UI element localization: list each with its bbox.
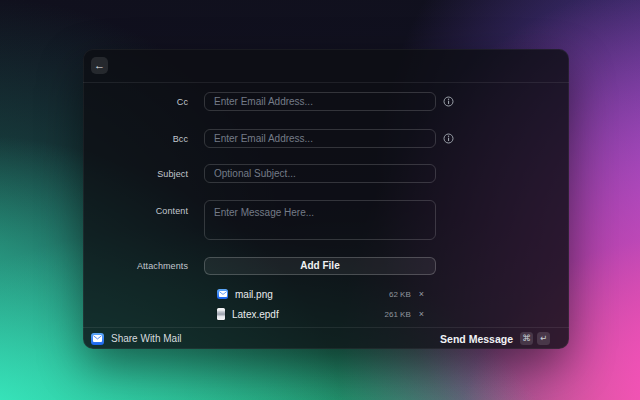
bcc-row: Bcc [83, 129, 569, 148]
dialog-body: Cc Bcc Subject [83, 83, 569, 349]
back-button[interactable]: ← [91, 57, 108, 74]
subject-input[interactable] [204, 164, 436, 183]
command-key-icon: ⌘ [520, 332, 533, 345]
cc-label: Cc [83, 97, 188, 107]
send-message-label: Send Message [440, 333, 513, 345]
bcc-input[interactable] [204, 129, 436, 148]
return-key-icon: ↵ [537, 332, 550, 345]
app-name-label: Share With Mail [111, 333, 182, 344]
content-textarea[interactable] [204, 200, 436, 240]
attachment-row: mail.png 62 KB × [204, 284, 436, 304]
mail-app-icon [91, 333, 104, 345]
remove-attachment-icon[interactable]: × [419, 310, 424, 319]
share-with-mail-dialog: ← Cc Bcc [83, 49, 569, 349]
info-icon[interactable] [443, 133, 454, 144]
attachments-row: Attachments Add File [83, 257, 569, 275]
dialog-header: ← [83, 49, 569, 83]
footer-app-info: Share With Mail [91, 333, 182, 345]
attachment-filename: mail.png [235, 289, 273, 300]
send-message-button[interactable]: Send Message ⌘ ↵ [440, 332, 550, 345]
subject-row: Subject [83, 164, 569, 183]
mail-app-icon [217, 289, 228, 299]
subject-label: Subject [83, 169, 188, 179]
attachments-label: Attachments [83, 261, 188, 271]
attachment-filename: Latex.epdf [232, 309, 279, 320]
dialog-footer: Share With Mail Send Message ⌘ ↵ [83, 327, 569, 349]
attachment-filesize: 62 KB [389, 290, 411, 299]
attachment-list: mail.png 62 KB × Latex.epdf 261 KB × [204, 284, 436, 324]
cc-row: Cc [83, 92, 569, 111]
attachment-row: Latex.epdf 261 KB × [204, 304, 436, 324]
attachment-filesize: 261 KB [384, 310, 410, 319]
bcc-label: Bcc [83, 134, 188, 144]
cc-input[interactable] [204, 92, 436, 111]
remove-attachment-icon[interactable]: × [419, 290, 424, 299]
content-label: Content [83, 200, 188, 216]
info-icon[interactable] [443, 96, 454, 107]
content-row: Content [83, 200, 569, 240]
add-file-button[interactable]: Add File [204, 257, 436, 275]
document-icon [217, 308, 225, 320]
